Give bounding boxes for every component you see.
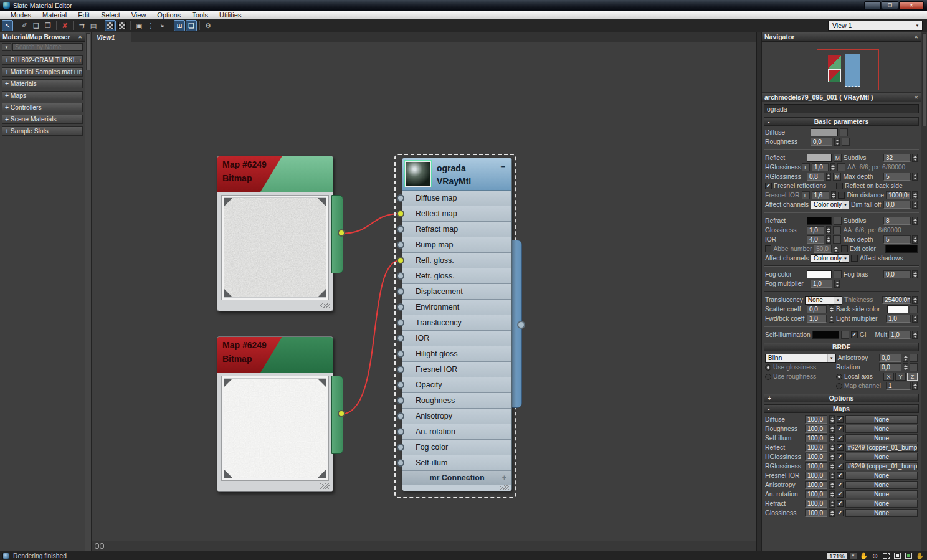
spinner[interactable]	[829, 490, 835, 498]
scatter-coeff-field[interactable]: 0,0	[807, 305, 827, 313]
collapse-icon[interactable]: -	[768, 343, 770, 351]
map-amount-field[interactable]: 100,0	[805, 453, 827, 461]
fog-color-swatch[interactable]	[807, 270, 832, 278]
dots-menu-icon[interactable]: ⋮	[145, 20, 156, 31]
self-illumination-map-slot-button[interactable]	[841, 331, 849, 339]
spinner[interactable]	[829, 453, 835, 461]
rollout-options[interactable]: + Options	[764, 394, 919, 402]
browser-item-materials[interactable]: + Materials	[2, 79, 83, 88]
map-amount-field[interactable]: 100,0	[805, 462, 827, 470]
slot-fresnel-ior[interactable]: Fresnel IOR	[402, 362, 511, 377]
glossiness-map-slot-button[interactable]	[833, 226, 841, 234]
slot-bump-map[interactable]: Bump map	[402, 237, 511, 253]
use-roughness-radio[interactable]	[765, 374, 771, 380]
navigator-viewport-rect[interactable]	[817, 49, 879, 90]
minimize-button[interactable]: —	[864, 1, 881, 9]
assign-material-icon[interactable]: ❑	[31, 20, 42, 31]
show-background-icon[interactable]	[116, 20, 128, 31]
map-amount-field[interactable]: 100,0	[805, 490, 827, 498]
show-shaded-material-icon[interactable]	[105, 20, 116, 31]
spinner[interactable]	[829, 444, 835, 452]
rollout-maps[interactable]: - Maps	[764, 404, 919, 413]
input-pin[interactable]	[397, 381, 404, 389]
zoom-extents-selected-icon[interactable]	[904, 552, 913, 560]
slot-opacity[interactable]: Opacity	[402, 377, 511, 393]
fresnel-ior-lock-button[interactable]: L	[802, 191, 810, 199]
rotation-map-slot-button[interactable]	[910, 363, 918, 371]
map-channel-radio[interactable]	[836, 383, 842, 389]
map-enable-checkbox[interactable]	[837, 491, 844, 498]
ior-map-slot-button[interactable]	[833, 235, 841, 244]
parameter-editor-toggle-icon[interactable]: ❏	[186, 20, 197, 31]
resize-grip[interactable]	[500, 485, 509, 490]
spinner[interactable]	[829, 472, 835, 480]
ior-field[interactable]: 4,0	[807, 235, 824, 244]
spinner[interactable]	[826, 226, 831, 234]
filter-icon[interactable]: ▼	[2, 43, 11, 51]
spinner[interactable]	[830, 163, 835, 171]
mult-field[interactable]: 1,0	[888, 331, 911, 339]
menu-view[interactable]: View	[126, 11, 152, 19]
spinner[interactable]	[831, 191, 837, 199]
reflect-m-button[interactable]: M	[834, 154, 842, 162]
refract-affect-channels-dropdown[interactable]: Color only▼	[811, 254, 849, 263]
rglossiness-m-button[interactable]: M	[833, 173, 841, 181]
map-slot-button[interactable]: None	[845, 481, 918, 489]
local-axis-radio[interactable]	[836, 374, 842, 380]
spinner[interactable]	[829, 315, 834, 323]
axis-y-button[interactable]: Y	[895, 373, 906, 381]
fwd-bck-coeff-field[interactable]: 1,0	[807, 315, 827, 323]
input-pin[interactable]	[397, 288, 404, 295]
back-side-color-swatch[interactable]	[887, 305, 908, 313]
scrollbar-thumb[interactable]	[922, 33, 926, 126]
spinner[interactable]	[829, 305, 834, 313]
zoom-extents-icon[interactable]	[893, 552, 902, 560]
brdf-type-dropdown[interactable]: Blinn▼	[765, 354, 836, 363]
abbe-number-checkbox[interactable]	[765, 245, 771, 252]
browser-item-sample-slots[interactable]: + Sample Slots	[2, 126, 83, 136]
spinner[interactable]	[912, 201, 918, 209]
resize-grip[interactable]	[320, 483, 330, 489]
rollout-basic-parameters[interactable]: - Basic parameters	[764, 117, 919, 126]
input-pin[interactable]	[397, 444, 404, 451]
menu-edit[interactable]: Edit	[72, 11, 95, 19]
refract-max-depth-field[interactable]: 5	[883, 235, 911, 244]
slot-anisotropy[interactable]: Anisotropy	[402, 409, 511, 424]
gi-checkbox[interactable]	[851, 331, 858, 338]
axis-z-button[interactable]: Z	[907, 373, 918, 381]
pan-hand-alt-icon[interactable]: ✋	[915, 552, 925, 560]
collapse-icon[interactable]: −	[500, 161, 509, 171]
slot-fog-color[interactable]: Fog color	[402, 440, 511, 455]
fog-multiplier-field[interactable]: 1,0	[811, 280, 832, 288]
anisotropy-field[interactable]: 0,0	[879, 354, 901, 362]
input-pin[interactable]	[397, 319, 404, 326]
map-slot-button[interactable]: None	[845, 472, 918, 480]
close-icon[interactable]: ✕	[78, 34, 82, 40]
input-pin[interactable]	[397, 397, 404, 404]
input-pin[interactable]	[397, 335, 404, 342]
vraymtl-node[interactable]: ograda VRayMtl − Diffuse map Reflect map…	[402, 158, 512, 491]
slot-reflect-map[interactable]: Reflect map	[402, 206, 511, 222]
fog-bias-field[interactable]: 0,0	[883, 270, 911, 278]
zoom-tool-icon[interactable]: ⊕	[870, 552, 880, 560]
map-channel-field[interactable]: 1	[886, 382, 911, 390]
slot-refr-gloss[interactable]: Refr. gloss.	[402, 268, 511, 284]
roughness-field[interactable]: 0,0	[811, 138, 832, 146]
slot-refl-gloss[interactable]: Refl. gloss.	[402, 253, 511, 268]
params-scrollbar[interactable]	[921, 32, 927, 551]
map-slot-button[interactable]: None	[845, 425, 918, 433]
rotation-field[interactable]: 0,0	[879, 363, 901, 371]
menu-select[interactable]: Select	[95, 11, 126, 19]
map-slot-button[interactable]: None	[845, 490, 918, 498]
map-enable-checkbox[interactable]	[837, 482, 844, 488]
input-pin[interactable]	[397, 210, 404, 217]
refract-map-slot-button[interactable]	[834, 217, 842, 225]
material-id-channel-icon[interactable]: ▣	[133, 20, 145, 31]
move-children-icon[interactable]: ⇉	[76, 20, 87, 31]
vraymtl-header[interactable]: ograda VRayMtl −	[402, 158, 511, 191]
resize-grip[interactable]	[320, 303, 330, 308]
put-to-library-icon[interactable]: ❒	[42, 20, 54, 31]
browser-item-controllers[interactable]: + Controllers	[2, 103, 83, 112]
material-output-connector-dot[interactable]	[517, 321, 525, 329]
spinner[interactable]	[834, 280, 840, 288]
